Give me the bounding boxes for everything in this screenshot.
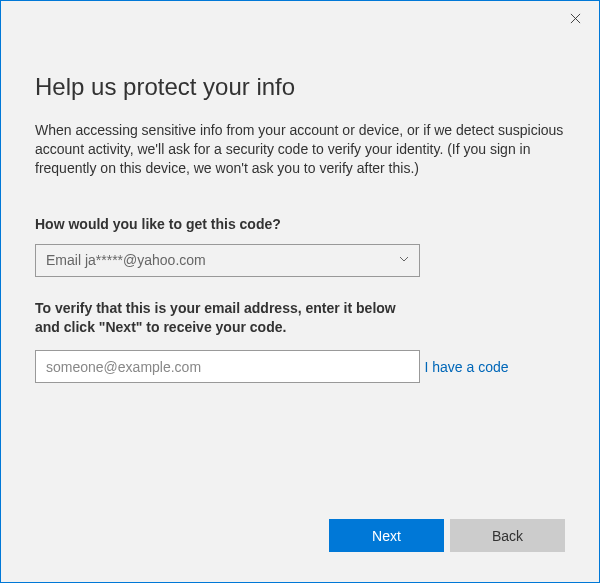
close-icon bbox=[570, 10, 581, 28]
page-title: Help us protect your info bbox=[35, 73, 565, 101]
next-button[interactable]: Next bbox=[329, 519, 444, 552]
button-row: Next Back bbox=[329, 519, 565, 552]
have-code-link[interactable]: I have a code bbox=[424, 359, 508, 375]
email-field[interactable] bbox=[35, 350, 420, 383]
close-button[interactable] bbox=[559, 5, 591, 33]
method-label: How would you like to get this code? bbox=[35, 216, 565, 232]
dialog-content: Help us protect your info When accessing… bbox=[1, 1, 599, 401]
method-select-value: Email ja*****@yahoo.com bbox=[35, 244, 420, 277]
verify-label: To verify that this is your email addres… bbox=[35, 299, 415, 337]
description-text: When accessing sensitive info from your … bbox=[35, 121, 565, 178]
method-select[interactable]: Email ja*****@yahoo.com bbox=[35, 244, 420, 277]
back-button[interactable]: Back bbox=[450, 519, 565, 552]
